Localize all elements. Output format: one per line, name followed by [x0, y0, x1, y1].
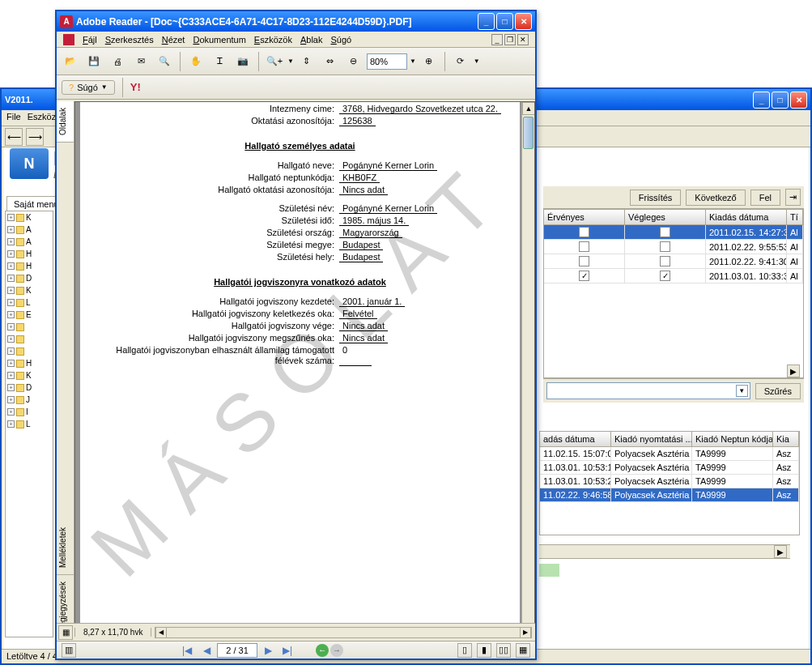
- hand-tool-icon[interactable]: ✋: [185, 51, 206, 72]
- fit-width-icon[interactable]: ⇔: [320, 51, 341, 72]
- table-row[interactable]: 11.03.01. 10:53:2Polyacsek AsztériaTA999…: [540, 475, 799, 488]
- zoom-out-icon[interactable]: ⊖: [343, 51, 364, 72]
- tree-area[interactable]: +K+A+A+H+H+D+K+L+E++++H+K+D+J+I+L: [5, 211, 53, 637]
- table-row[interactable]: 11.02.15. 15:07:0Polyacsek AsztériaTA999…: [540, 447, 799, 461]
- table-row[interactable]: 2011.02.22. 9:41:30Al: [544, 254, 803, 269]
- zoom-in-icon[interactable]: 🔍+: [264, 51, 285, 72]
- thumbnails-icon[interactable]: ▥: [62, 643, 76, 658]
- col-vegleges[interactable]: Végleges: [625, 210, 706, 224]
- col-adas[interactable]: adás dátuma: [540, 432, 611, 446]
- help-button[interactable]: ? Súgó ▼: [62, 80, 115, 95]
- tree-item[interactable]: +E: [6, 309, 53, 321]
- horizontal-scrollbar[interactable]: ◀ ▶: [155, 627, 532, 638]
- tree-item[interactable]: +H: [6, 248, 53, 260]
- col-kia[interactable]: Kia: [773, 432, 799, 446]
- next-button[interactable]: Következő: [686, 190, 745, 206]
- tree-item[interactable]: +L: [6, 296, 53, 309]
- menu-help[interactable]: Súgó: [330, 35, 351, 45]
- adobe-close-button[interactable]: ✕: [515, 13, 532, 30]
- layout-icon[interactable]: ▦: [58, 625, 73, 640]
- table-row[interactable]: 11.02.22. 9:46:58Polyacsek AsztériaTA999…: [540, 488, 799, 502]
- tree-item[interactable]: +K: [6, 211, 53, 224]
- email-icon[interactable]: ✉: [130, 51, 151, 72]
- tree-item[interactable]: +A: [6, 224, 53, 236]
- upper-grid[interactable]: Érvényes Végleges Kiadás dátuma Tí 2011.…: [543, 209, 804, 378]
- table-row[interactable]: 2011.02.22. 9:55:53Al: [544, 240, 803, 254]
- table-row[interactable]: 11.03.01. 10:53:1Polyacsek AsztériaTA999…: [540, 461, 799, 475]
- doc-close-button[interactable]: ✕: [517, 34, 529, 45]
- menu-view[interactable]: Nézet: [162, 35, 185, 45]
- up-button[interactable]: Fel: [750, 190, 780, 206]
- tab-pages[interactable]: Oldalak: [57, 101, 74, 143]
- table-row[interactable]: 2011.02.15. 14:27:3Al: [544, 225, 803, 240]
- menu-edit[interactable]: Szerkesztés: [105, 35, 154, 45]
- zoom-plus-icon[interactable]: ⊕: [419, 51, 440, 72]
- filter-dropdown[interactable]: ▼: [546, 382, 750, 399]
- hscroll-left-icon[interactable]: ◀: [155, 627, 167, 638]
- tree-item[interactable]: +A: [6, 236, 53, 248]
- snapshot-icon[interactable]: 📷: [232, 51, 253, 72]
- continuous-icon[interactable]: ▮: [477, 643, 491, 658]
- tree-item[interactable]: +K: [6, 369, 53, 382]
- adobe-maximize-button[interactable]: □: [496, 13, 513, 30]
- bg-maximize-button[interactable]: □: [772, 92, 789, 109]
- scroll-right-icon[interactable]: ▶: [787, 364, 800, 377]
- col-kiadas[interactable]: Kiadás dátuma: [706, 210, 787, 224]
- next-page-icon[interactable]: ▶: [259, 643, 277, 658]
- tree-item[interactable]: +I: [6, 406, 53, 418]
- bg-back-button[interactable]: ⟵: [5, 128, 23, 146]
- pin-icon[interactable]: ⇥: [785, 189, 801, 206]
- dropdown-arrow-icon[interactable]: ▼: [736, 385, 748, 397]
- scroll-right2-icon[interactable]: ▶: [774, 545, 787, 558]
- col-kiado-ny[interactable]: Kiadó nyomtatási ...: [611, 432, 692, 446]
- nav-forward-icon[interactable]: →: [330, 644, 343, 657]
- prev-page-icon[interactable]: ◀: [198, 643, 215, 658]
- tree-item[interactable]: +J: [6, 394, 53, 406]
- scroll-thumb[interactable]: [523, 117, 534, 149]
- tree-item[interactable]: +: [6, 321, 53, 333]
- menu-window[interactable]: Ablak: [300, 35, 323, 45]
- bg-forward-button[interactable]: ⟶: [26, 128, 44, 146]
- zoom-input[interactable]: [367, 53, 407, 70]
- tree-item[interactable]: +: [6, 345, 53, 357]
- menu-file[interactable]: Fájl: [83, 35, 97, 45]
- tree-item[interactable]: +L: [6, 418, 53, 430]
- open-icon[interactable]: 📂: [60, 51, 81, 72]
- bg-close-button[interactable]: ✕: [790, 92, 807, 109]
- first-page-icon[interactable]: |◀: [178, 643, 196, 658]
- refresh-button[interactable]: Frissítés: [630, 190, 682, 206]
- bg-menu-file[interactable]: File: [6, 112, 21, 124]
- nav-back-icon[interactable]: ←: [316, 644, 329, 657]
- doc-restore-button[interactable]: ❐: [504, 34, 516, 45]
- hscroll-right-icon[interactable]: ▶: [520, 627, 531, 638]
- lower-grid[interactable]: adás dátuma Kiadó nyomtatási ... Kiadó N…: [539, 431, 800, 535]
- tree-item[interactable]: +K: [6, 284, 53, 296]
- page-number-input[interactable]: [217, 643, 257, 658]
- rotate-icon[interactable]: ⟳: [450, 51, 471, 72]
- bg-minimize-button[interactable]: _: [753, 92, 770, 109]
- last-page-icon[interactable]: ▶|: [278, 643, 296, 658]
- tab-attachments[interactable]: Mellékletek: [57, 521, 74, 575]
- filter-button[interactable]: Szűrés: [755, 383, 801, 399]
- col-ti[interactable]: Tí: [787, 210, 803, 224]
- menu-tools[interactable]: Eszközök: [254, 35, 292, 45]
- adobe-titlebar[interactable]: A Adobe Reader - [Doc~{C333ACE4-6A71-4C1…: [57, 11, 535, 32]
- tree-item[interactable]: +: [6, 333, 53, 345]
- doc-area[interactable]: MÁSOLAT Intezmeny cime:3768, Hidvegardo …: [74, 101, 535, 641]
- col-ervenyes[interactable]: Érvényes: [544, 210, 625, 224]
- doc-minimize-button[interactable]: _: [491, 34, 503, 45]
- fit-height-icon[interactable]: ⇕: [296, 51, 317, 72]
- table-row[interactable]: ✓✓2011.03.01. 10:33:3Al: [544, 269, 803, 283]
- col-kiado-neptun[interactable]: Kiadó Neptun kódja: [692, 432, 773, 446]
- vertical-scrollbar[interactable]: ▲ ▼: [521, 102, 534, 640]
- tree-item[interactable]: +H: [6, 260, 53, 272]
- tree-item[interactable]: +D: [6, 272, 53, 284]
- continuous-facing-icon[interactable]: ▦: [516, 643, 530, 658]
- save-icon[interactable]: 💾: [83, 51, 104, 72]
- adobe-minimize-button[interactable]: _: [478, 13, 495, 30]
- tree-item[interactable]: +D: [6, 382, 53, 394]
- search-icon[interactable]: 🔍: [154, 51, 175, 72]
- scroll-up-icon[interactable]: ▲: [522, 102, 535, 115]
- select-tool-icon[interactable]: Ꮖ: [209, 51, 230, 72]
- yahoo-icon[interactable]: Y!: [130, 81, 141, 93]
